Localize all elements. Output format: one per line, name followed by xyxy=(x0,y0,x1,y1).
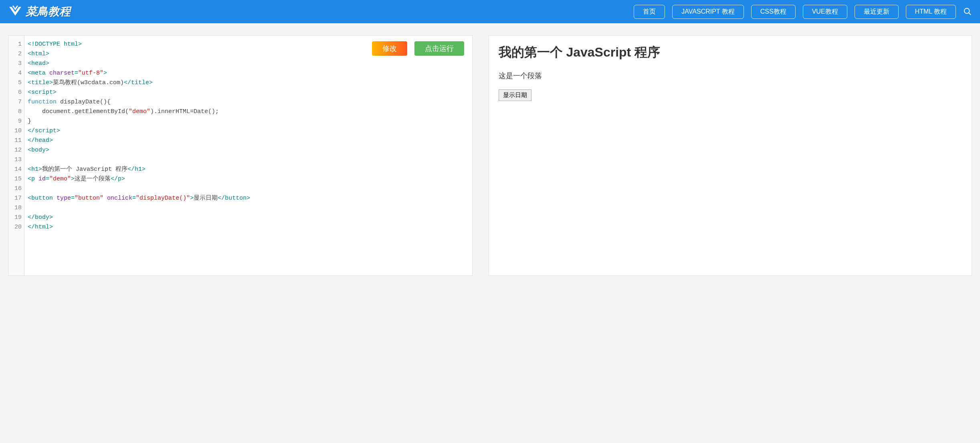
code-line[interactable]: <title>菜鸟教程(w3cdata.com)</title> xyxy=(28,78,469,88)
preview-paragraph: 这是一个段落 xyxy=(499,71,962,81)
top-nav: 菜鳥教程 首页JAVASCRIPT 教程CSS教程VUE教程最近更新HTML 教… xyxy=(0,0,980,23)
code-area[interactable]: <!DOCTYPE html><html><head><meta charset… xyxy=(24,36,472,275)
svg-point-0 xyxy=(964,8,970,14)
nav-link-3[interactable]: VUE教程 xyxy=(803,5,847,19)
brand-text: 菜鳥教程 xyxy=(26,4,71,19)
code-line[interactable]: <script> xyxy=(28,88,469,97)
run-button[interactable]: 点击运行 xyxy=(414,41,464,56)
editor-panel: 修改 点击运行 1234567891011121314151617181920 … xyxy=(8,35,473,276)
workspace: 修改 点击运行 1234567891011121314151617181920 … xyxy=(0,23,980,288)
nav-link-4[interactable]: 最近更新 xyxy=(855,5,899,19)
code-line[interactable]: <button type="button" onclick="displayDa… xyxy=(28,194,469,203)
bird-icon xyxy=(8,6,22,18)
code-line[interactable]: <meta charset="utf-8"> xyxy=(28,69,469,78)
brand-logo[interactable]: 菜鳥教程 xyxy=(8,4,71,19)
code-line[interactable]: function displayDate(){ xyxy=(28,97,469,107)
code-line[interactable]: </head> xyxy=(28,136,469,146)
nav-link-2[interactable]: CSS教程 xyxy=(751,5,796,19)
code-line[interactable]: </body> xyxy=(28,213,469,223)
line-gutter: 1234567891011121314151617181920 xyxy=(8,36,24,275)
code-line[interactable]: <p id="demo">这是一个段落</p> xyxy=(28,174,469,184)
svg-line-1 xyxy=(969,13,971,15)
nav-link-0[interactable]: 首页 xyxy=(634,5,665,19)
edit-button[interactable]: 修改 xyxy=(372,41,407,56)
code-line[interactable]: <body> xyxy=(28,146,469,155)
code-line[interactable]: document.getElementById("demo").innerHTM… xyxy=(28,107,469,117)
code-line[interactable]: </script> xyxy=(28,126,469,136)
code-line[interactable]: </html> xyxy=(28,223,469,232)
preview-panel: 我的第一个 JavaScript 程序 这是一个段落 显示日期 xyxy=(489,35,972,276)
code-line[interactable] xyxy=(28,184,469,194)
code-editor[interactable]: 1234567891011121314151617181920 <!DOCTYP… xyxy=(8,36,472,275)
code-line[interactable] xyxy=(28,203,469,213)
nav-link-1[interactable]: JAVASCRIPT 教程 xyxy=(672,5,744,19)
code-line[interactable]: } xyxy=(28,117,469,126)
nav-link-5[interactable]: HTML 教程 xyxy=(906,5,956,19)
code-line[interactable]: <h1>我的第一个 JavaScript 程序</h1> xyxy=(28,165,469,174)
show-date-button[interactable]: 显示日期 xyxy=(499,89,531,101)
code-line[interactable]: <head> xyxy=(28,59,469,69)
preview-heading: 我的第一个 JavaScript 程序 xyxy=(499,44,962,61)
search-icon[interactable] xyxy=(963,7,972,16)
code-line[interactable] xyxy=(28,155,469,165)
nav-links: 首页JAVASCRIPT 教程CSS教程VUE教程最近更新HTML 教程 xyxy=(634,5,956,19)
